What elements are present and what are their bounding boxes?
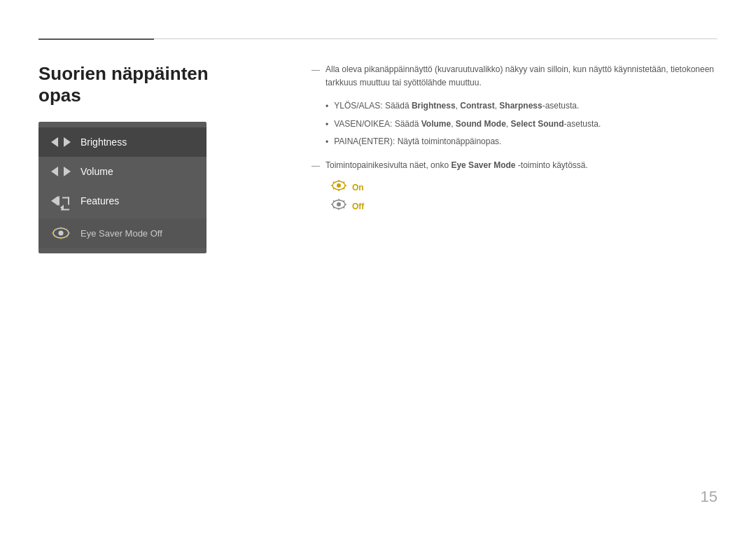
svg-line-9: [66, 229, 68, 230]
svg-point-21: [337, 202, 341, 206]
bold-eye-saver-mode: Eye Saver Mode: [451, 160, 515, 170]
bullet-item-1: • YLÖS/ALAS: Säädä Brightness, Contrast,…: [326, 99, 718, 113]
menu-label-volume: Volume: [80, 166, 113, 177]
bullet-text-1: YLÖS/ALAS: Säädä Brightness, Contrast, S…: [334, 99, 579, 113]
menu-item-volume[interactable]: Volume: [38, 157, 206, 186]
menu-item-brightness[interactable]: Brightness: [38, 127, 206, 157]
menu-item-features[interactable]: Features: [38, 186, 206, 216]
page-title: Suorien näppäinten opas: [38, 63, 255, 106]
svg-point-1: [59, 231, 64, 236]
content-area: Suorien näppäinten opas Brightness Volum…: [38, 63, 718, 253]
top-line-accent: [38, 38, 154, 40]
bold-brightness: Brightness: [412, 101, 456, 111]
bullet-dot-3: •: [326, 136, 328, 149]
brightness-icon: [51, 134, 71, 150]
bold-sound-mode: Sound Mode: [456, 119, 506, 129]
eye-saver-off-item: Off: [331, 199, 718, 214]
note-dash-1: —: [312, 64, 320, 77]
menu-item-eye-saver[interactable]: Eye Saver Mode Off: [38, 218, 206, 248]
eye-saver-icon: [51, 225, 71, 241]
bold-sharpness: Sharpness: [499, 101, 542, 111]
eye-saver-on-label: On: [352, 181, 364, 195]
svg-line-14: [333, 182, 335, 183]
svg-line-4: [55, 229, 56, 230]
right-section: — Alla oleva pikanäppäinnäyttö (kuvaruut…: [255, 63, 718, 253]
bullet-text-2: VASEN/OIKEA: Säädä Volume, Sound Mode, S…: [334, 118, 601, 131]
svg-line-28: [333, 207, 335, 209]
features-icon: [51, 193, 71, 209]
eye-off-icon: [331, 199, 346, 214]
page-number: 15: [701, 488, 718, 506]
eye-saver-off-label: Off: [352, 200, 364, 213]
note-text-1: Alla oleva pikanäppäinnäyttö (kuvaruutuv…: [326, 63, 718, 90]
bold-contrast: Contrast: [460, 101, 494, 111]
volume-icon: [51, 164, 71, 179]
menu-label-eye-saver: Eye Saver Mode Off: [80, 228, 162, 239]
eye-on-icon: [331, 180, 346, 195]
eye-saver-on-item: On: [331, 180, 718, 195]
bold-select-sound: Select Sound: [511, 119, 564, 129]
menu-label-brightness: Brightness: [80, 136, 127, 148]
note-text-2: Toimintopainikesivulta näet, onko Eye Sa…: [326, 159, 588, 172]
svg-line-5: [66, 237, 68, 238]
bullet-dot-1: •: [326, 100, 328, 113]
bullet-item-3: • PAINA(ENTER): Näytä toimintonäppäinopa…: [326, 135, 718, 149]
svg-point-11: [337, 183, 341, 188]
left-section: Suorien näppäinten opas Brightness Volum…: [38, 63, 255, 253]
svg-line-25: [344, 207, 345, 209]
svg-line-24: [333, 201, 335, 202]
note-2: — Toimintopainikesivulta näet, onko Eye …: [312, 159, 718, 173]
note-1: — Alla oleva pikanäppäinnäyttö (kuvaruut…: [312, 63, 718, 90]
bullet-text-3: PAINA(ENTER): Näytä toimintonäppäinopas.: [334, 135, 501, 148]
bullet-list: • YLÖS/ALAS: Säädä Brightness, Contrast,…: [326, 99, 718, 149]
eye-saver-indicators: On: [331, 180, 718, 214]
svg-line-8: [55, 237, 56, 238]
menu-label-features: Features: [80, 195, 119, 206]
bold-volume: Volume: [421, 119, 451, 129]
bullet-dot-2: •: [326, 118, 328, 132]
bullet-item-2: • VASEN/OIKEA: Säädä Volume, Sound Mode,…: [326, 118, 718, 132]
svg-line-15: [344, 188, 345, 190]
svg-line-18: [333, 188, 335, 190]
svg-line-29: [344, 201, 345, 202]
note-dash-2: —: [312, 160, 320, 173]
page-container: Suorien näppäinten opas Brightness Volum…: [0, 0, 756, 534]
svg-line-19: [344, 182, 345, 183]
menu-panel: Brightness Volume: [38, 122, 206, 253]
